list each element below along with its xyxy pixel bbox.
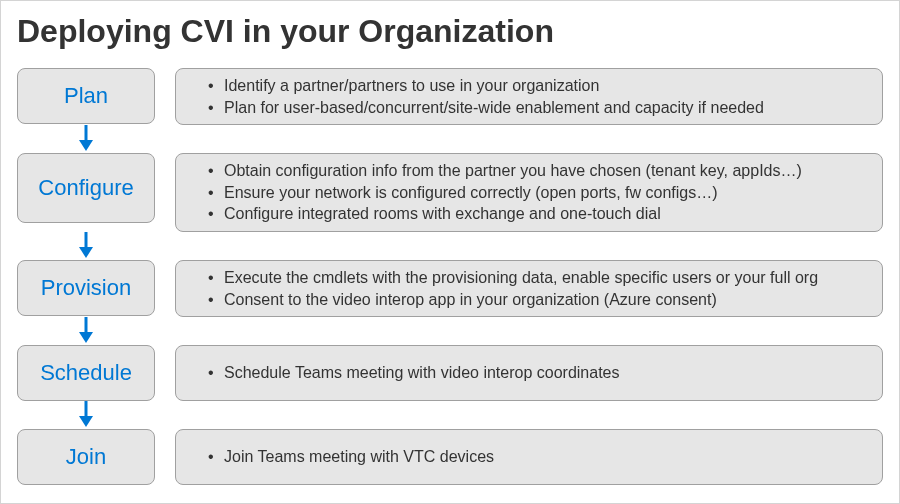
step-box-schedule: Schedule — [17, 345, 155, 401]
step-row-join: Join Join Teams meeting with VTC devices — [17, 429, 883, 485]
detail-item: Schedule Teams meeting with video intero… — [208, 362, 620, 384]
arrow-down-icon — [77, 125, 95, 151]
detail-item: Obtain configuration info from the partn… — [208, 160, 802, 182]
detail-item: Identify a partner/partners to use in yo… — [208, 75, 764, 97]
step-box-plan: Plan — [17, 68, 155, 124]
step-box-join: Join — [17, 429, 155, 485]
detail-item: Plan for user-based/concurrent/site-wide… — [208, 97, 764, 119]
details-box-plan: Identify a partner/partners to use in yo… — [175, 68, 883, 125]
details-box-schedule: Schedule Teams meeting with video intero… — [175, 345, 883, 401]
svg-marker-3 — [79, 247, 93, 258]
detail-item: Configure integrated rooms with exchange… — [208, 203, 802, 225]
process-diagram: Plan Identify a partner/partners to use … — [17, 68, 883, 485]
detail-item: Join Teams meeting with VTC devices — [208, 446, 494, 468]
detail-item: Ensure your network is configured correc… — [208, 182, 802, 204]
detail-item: Execute the cmdlets with the provisionin… — [208, 267, 818, 289]
step-row-provision: Provision Execute the cmdlets with the p… — [17, 260, 883, 317]
step-label: Join — [66, 444, 106, 470]
details-box-configure: Obtain configuration info from the partn… — [175, 153, 883, 232]
step-box-configure: Configure — [17, 153, 155, 223]
arrow-down-icon — [77, 317, 95, 343]
step-row-configure: Configure Obtain configuration info from… — [17, 153, 883, 232]
detail-item: Consent to the video interop app in your… — [208, 289, 818, 311]
step-label: Plan — [64, 83, 108, 109]
svg-marker-7 — [79, 416, 93, 427]
step-box-provision: Provision — [17, 260, 155, 316]
step-row-schedule: Schedule Schedule Teams meeting with vid… — [17, 345, 883, 401]
arrow-down-icon — [77, 232, 95, 258]
step-label: Schedule — [40, 360, 132, 386]
details-box-join: Join Teams meeting with VTC devices — [175, 429, 883, 485]
svg-marker-5 — [79, 332, 93, 343]
details-box-provision: Execute the cmdlets with the provisionin… — [175, 260, 883, 317]
step-label: Configure — [38, 175, 133, 201]
step-row-plan: Plan Identify a partner/partners to use … — [17, 68, 883, 125]
svg-marker-1 — [79, 140, 93, 151]
step-label: Provision — [41, 275, 131, 301]
arrow-down-icon — [77, 401, 95, 427]
page-title: Deploying CVI in your Organization — [17, 13, 883, 50]
